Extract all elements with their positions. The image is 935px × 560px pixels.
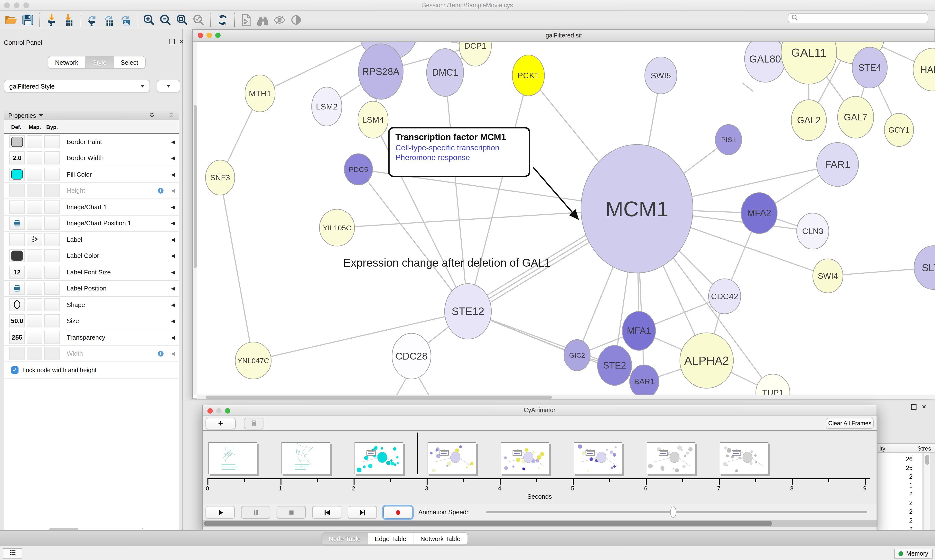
map-cell[interactable] — [27, 200, 42, 214]
collapse-arrow-icon[interactable]: ◀ — [171, 286, 175, 291]
def-cell[interactable] — [9, 168, 25, 181]
expand-all-icon[interactable] — [148, 111, 155, 120]
def-cell[interactable]: 12 — [9, 266, 25, 279]
def-cell[interactable]: 50.0 — [9, 315, 25, 328]
def-cell[interactable] — [9, 217, 25, 230]
info-icon[interactable] — [157, 187, 164, 194]
export-table-icon[interactable] — [101, 12, 116, 27]
network-window-titlebar[interactable]: galFiltered.sif — [193, 30, 935, 42]
network-edge[interactable] — [419, 378, 431, 395]
def-cell[interactable] — [9, 298, 25, 311]
collapse-all-icon[interactable] — [168, 111, 175, 120]
float-table-panel-icon[interactable] — [911, 404, 916, 410]
network-edge[interactable] — [445, 72, 468, 311]
import-network-icon[interactable] — [44, 12, 59, 27]
property-row-border-paint[interactable]: Border Paint ◀ — [5, 134, 179, 150]
default-value[interactable]: 2.0 — [13, 154, 22, 162]
def-cell[interactable] — [9, 135, 25, 148]
network-edge[interactable] — [358, 169, 468, 311]
map-cell[interactable] — [27, 135, 42, 148]
byp-cell[interactable] — [44, 249, 60, 263]
task-history-button[interactable] — [3, 548, 22, 558]
byp-cell[interactable] — [44, 266, 60, 279]
default-swatch[interactable] — [11, 251, 23, 261]
byp-cell[interactable] — [44, 282, 60, 295]
export-image-icon[interactable] — [118, 12, 133, 27]
property-row-shape[interactable]: Shape ◀ — [5, 297, 179, 313]
default-value[interactable]: 50.0 — [11, 317, 23, 325]
byp-cell[interactable] — [44, 152, 60, 165]
network-edge[interactable] — [743, 83, 753, 91]
zoom-out-icon[interactable] — [158, 12, 173, 27]
network-edge[interactable] — [220, 178, 253, 360]
property-row-image-chart-position-1[interactable]: Image/Chart Position 1 ◀ — [5, 215, 179, 232]
byp-cell[interactable] — [44, 135, 60, 148]
zoom-fit-icon[interactable] — [175, 12, 190, 27]
column-stress[interactable]: Stres — [918, 445, 931, 452]
default-value[interactable]: 12 — [14, 269, 21, 276]
tab-edge-table[interactable]: Edge Table — [368, 533, 414, 545]
record-button[interactable] — [383, 506, 412, 518]
collapse-arrow-icon[interactable]: ◀ — [171, 318, 175, 324]
collapse-arrow-icon[interactable]: ◀ — [171, 335, 175, 340]
def-cell[interactable] — [9, 200, 25, 214]
collapse-arrow-icon[interactable]: ◀ — [171, 302, 175, 308]
add-frame-button[interactable]: + — [205, 418, 236, 429]
collapse-arrow-icon[interactable]: ◀ — [171, 205, 175, 210]
property-row-image-chart-1[interactable]: Image/Chart 1 ◀ — [5, 199, 179, 215]
style-dropdown[interactable]: galFiltered Style — [4, 80, 150, 92]
byp-cell[interactable] — [44, 233, 60, 246]
tab-style[interactable]: Style — [85, 57, 114, 68]
byp-cell[interactable] — [44, 315, 60, 328]
search-field[interactable] — [788, 13, 928, 23]
frame-thumbnail-1[interactable] — [281, 442, 330, 474]
play-button[interactable] — [205, 506, 235, 518]
network-horizontal-scrollbar[interactable] — [197, 395, 935, 400]
network-edge[interactable] — [395, 378, 407, 395]
cyanimator-titlebar[interactable]: CyAnimator — [202, 405, 876, 416]
refresh-view-icon[interactable] — [215, 12, 230, 27]
def-cell[interactable] — [9, 347, 25, 360]
collapse-arrow-icon[interactable]: ◀ — [171, 172, 175, 177]
frame-thumbnail-2[interactable] — [355, 442, 403, 474]
property-row-label-color[interactable]: Label Color ◀ — [5, 248, 179, 264]
tab-select[interactable]: Select — [114, 57, 145, 68]
def-cell[interactable] — [9, 249, 25, 263]
property-row-label[interactable]: Label ◀ — [5, 232, 179, 248]
clear-all-frames-button[interactable]: Clear All Frames — [826, 418, 874, 429]
export-network-icon[interactable] — [85, 12, 99, 27]
pause-button[interactable] — [241, 506, 270, 518]
byp-cell[interactable] — [44, 331, 60, 344]
byp-cell[interactable] — [44, 168, 60, 181]
collapse-arrow-icon[interactable]: ◀ — [171, 253, 175, 258]
annotation-link-1[interactable]: Cell-type-specific transcription — [395, 143, 529, 152]
property-row-size[interactable]: 50.0 Size ◀ — [5, 313, 179, 329]
collapse-arrow-icon[interactable]: ◀ — [171, 269, 175, 275]
default-swatch[interactable] — [11, 137, 23, 147]
def-cell[interactable]: 2.0 — [9, 152, 25, 165]
collapse-arrow-icon[interactable]: ◀ — [171, 139, 175, 145]
def-cell[interactable]: 255 — [9, 331, 25, 344]
map-cell[interactable] — [27, 233, 42, 246]
tab-node-table[interactable]: Node Table — [322, 533, 368, 545]
annotation-link-2[interactable]: Pheromone response — [395, 153, 529, 162]
map-cell[interactable] — [27, 168, 42, 181]
float-panel-icon[interactable] — [170, 39, 175, 44]
property-row-height[interactable]: Height ◀ — [5, 183, 179, 199]
search-input[interactable] — [798, 15, 920, 22]
property-row-label-font-size[interactable]: 12 Label Font Size ◀ — [5, 264, 179, 280]
def-cell[interactable] — [9, 233, 25, 246]
cyanimator-timeline[interactable]: Seconds 0123456789 — [202, 431, 876, 503]
close-table-panel-icon[interactable]: ✕ — [921, 404, 927, 410]
memory-button[interactable]: Memory — [894, 549, 933, 558]
map-cell[interactable] — [27, 249, 42, 263]
property-row-transparency[interactable]: 255 Transparency ◀ — [5, 329, 179, 346]
network-vertical-scrollbar[interactable] — [193, 42, 197, 395]
property-row-label-position[interactable]: Label Position ◀ — [5, 280, 179, 297]
speed-slider-handle[interactable] — [670, 506, 676, 518]
default-value[interactable]: 255 — [12, 334, 22, 341]
tab-network-table[interactable]: Network Table — [414, 533, 467, 545]
byp-cell[interactable] — [44, 184, 60, 197]
frame-thumbnail-6[interactable] — [647, 442, 696, 474]
map-cell[interactable] — [27, 282, 42, 295]
